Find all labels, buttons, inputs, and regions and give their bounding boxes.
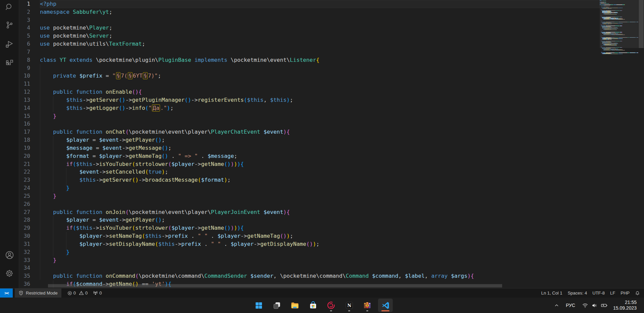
code-line[interactable]: 7 <box>19 48 600 56</box>
line-number[interactable]: 25 <box>19 192 30 200</box>
line-number[interactable]: 1 <box>19 0 30 8</box>
code-text[interactable]: $this->getServer()->broadcastMessage($fo… <box>30 176 231 184</box>
remote-indicator[interactable]: >< <box>0 288 13 298</box>
horizontal-scrollbar-slider[interactable] <box>48 284 502 287</box>
line-number[interactable]: 6 <box>19 40 30 48</box>
line-number[interactable]: 30 <box>19 232 30 240</box>
code-line[interactable]: 35 public function onCommand(\pocketmine… <box>19 272 600 280</box>
code-line[interactable]: 12 public function onEnable(){ <box>19 88 600 96</box>
clock[interactable]: 21:55 15.09.2023 <box>613 300 637 311</box>
code-line[interactable]: 11 <box>19 80 600 88</box>
code-text[interactable]: $message = $event->getMessage(); <box>30 144 171 152</box>
code-line[interactable]: 6use pocketmine\utils\TextFormat; <box>19 40 600 48</box>
line-number[interactable]: 22 <box>19 168 30 176</box>
code-line[interactable]: 13 $this->getServer()->getPluginManager(… <box>19 96 600 104</box>
notion-button[interactable]: N <box>342 299 357 312</box>
start-button[interactable] <box>251 299 266 312</box>
problems-indicator[interactable]: 0 0 <box>65 288 90 298</box>
code-text[interactable]: public function onChat(\pocketmine\event… <box>30 128 290 136</box>
code-text[interactable]: $player->setNameTag($this->prefix . " " … <box>30 232 293 240</box>
line-number[interactable]: 10 <box>19 72 30 80</box>
vertical-scrollbar-slider[interactable] <box>639 0 644 48</box>
code-line[interactable]: 16 <box>19 120 600 128</box>
source-control-icon[interactable] <box>0 17 19 33</box>
code-line[interactable]: 15 } <box>19 112 600 120</box>
code-text[interactable]: } <box>30 112 56 120</box>
code-text[interactable]: public function onCommand(\pocketmine\co… <box>30 272 474 280</box>
code-line[interactable]: 10 private $prefix = "§7(§6YT§7)"; <box>19 72 600 80</box>
battery-icon[interactable] <box>601 302 608 309</box>
code-line[interactable]: 22 $event->setCancelled(true); <box>19 168 600 176</box>
vertical-scrollbar[interactable] <box>638 0 644 288</box>
code-line[interactable]: 24 } <box>19 184 600 192</box>
code-text[interactable] <box>30 48 40 56</box>
line-number[interactable]: 32 <box>19 248 30 256</box>
line-number[interactable]: 9 <box>19 64 30 72</box>
input-language-indicator[interactable]: РУС <box>566 303 575 308</box>
code-line[interactable]: 1<?php <box>19 0 600 8</box>
code-text[interactable]: $player = $event->getPlayer(); <box>30 216 165 224</box>
code-text[interactable]: $format = $player->getNameTag() . " => "… <box>30 152 237 160</box>
run-and-debug-icon[interactable] <box>0 36 19 52</box>
line-number[interactable]: 26 <box>19 200 30 208</box>
minimap-viewport-slider[interactable] <box>600 0 638 48</box>
line-number[interactable]: 24 <box>19 184 30 192</box>
code-line[interactable]: 4use pocketmine\Player; <box>19 24 600 32</box>
code-text[interactable]: } <box>30 192 56 200</box>
winrar-button[interactable] <box>360 299 375 312</box>
code-text[interactable]: use pocketmine\Player; <box>30 24 112 32</box>
line-number[interactable]: 16 <box>19 120 30 128</box>
code-line[interactable]: 20 $format = $player->getNameTag() . " =… <box>19 152 600 160</box>
search-icon[interactable] <box>0 0 19 15</box>
line-number[interactable]: 33 <box>19 256 30 264</box>
code-line[interactable]: 21 if($this->isYouTuber(strtolower($play… <box>19 160 600 168</box>
code-text[interactable] <box>30 264 40 272</box>
line-number[interactable]: 12 <box>19 88 30 96</box>
opera-gx-button[interactable] <box>324 299 338 312</box>
volume-icon[interactable] <box>591 302 598 309</box>
extensions-icon[interactable] <box>0 55 19 71</box>
code-line[interactable]: 34 <box>19 264 600 272</box>
line-number[interactable]: 7 <box>19 48 30 56</box>
code-area[interactable]: 1<?php2namespace Sabbufer\yt;34use pocke… <box>19 0 600 288</box>
code-text[interactable]: $this->getServer()->getPluginManager()->… <box>30 96 293 104</box>
code-line[interactable]: 19 $message = $event->getMessage(); <box>19 144 600 152</box>
line-number[interactable]: 21 <box>19 160 30 168</box>
code-line[interactable]: 8class YT extends \pocketmine\plugin\Plu… <box>19 56 600 64</box>
code-line[interactable]: 25 } <box>19 192 600 200</box>
language-mode[interactable]: PHP <box>618 288 632 298</box>
code-text[interactable]: namespace Sabbufer\yt; <box>30 8 112 16</box>
line-number[interactable]: 18 <box>19 136 30 144</box>
line-number[interactable]: 15 <box>19 112 30 120</box>
restricted-mode-badge[interactable]: Restricted Mode <box>15 288 61 298</box>
accounts-icon[interactable] <box>0 247 19 263</box>
line-number[interactable]: 4 <box>19 24 30 32</box>
code-text[interactable]: } <box>30 184 69 192</box>
task-view-button[interactable] <box>269 299 284 312</box>
code-line[interactable]: 17 public function onChat(\pocketmine\ev… <box>19 128 600 136</box>
line-number[interactable]: 31 <box>19 240 30 248</box>
code-line[interactable]: 27 public function onJoin(\pocketmine\ev… <box>19 208 600 216</box>
eol-setting[interactable]: LF <box>607 288 618 298</box>
line-number[interactable]: 13 <box>19 96 30 104</box>
tray-chevron-button[interactable] <box>554 303 559 308</box>
line-number[interactable]: 3 <box>19 16 30 24</box>
code-text[interactable]: use pocketmine\Server; <box>30 32 112 40</box>
line-number[interactable]: 19 <box>19 144 30 152</box>
code-line[interactable]: 14 $this->getLogger()->info("Да."); <box>19 104 600 112</box>
code-text[interactable] <box>30 64 40 72</box>
line-number[interactable]: 29 <box>19 224 30 232</box>
line-number[interactable]: 34 <box>19 264 30 272</box>
code-text[interactable]: public function onJoin(\pocketmine\event… <box>30 208 290 216</box>
editor-pane[interactable]: 1<?php2namespace Sabbufer\yt;34use pocke… <box>19 0 644 288</box>
code-text[interactable] <box>30 120 40 128</box>
code-text[interactable]: } <box>30 248 69 256</box>
code-text[interactable]: $player->setDisplayName($this->prefix . … <box>30 240 319 248</box>
code-line[interactable]: 32 } <box>19 248 600 256</box>
vscode-button[interactable] <box>378 299 393 312</box>
code-line[interactable]: 18 $player = $event->getPlayer(); <box>19 136 600 144</box>
code-line[interactable]: 31 $player->setDisplayName($this->prefix… <box>19 240 600 248</box>
code-text[interactable]: $event->setCancelled(true); <box>30 168 168 176</box>
code-text[interactable]: <?php <box>30 0 56 8</box>
code-text[interactable] <box>30 16 40 24</box>
